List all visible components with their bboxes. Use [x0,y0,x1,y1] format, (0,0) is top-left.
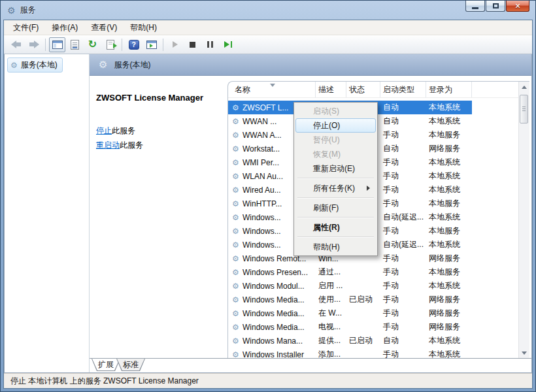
service-startup-type: 手动 [380,349,426,358]
pause-service-button[interactable] [202,37,218,52]
service-description: 提供... [316,335,346,346]
service-logon-as: 网络服务 [426,143,478,154]
forward-button[interactable] [25,37,42,52]
selected-service-title: ZWSOFT License Manager [96,93,224,103]
context-menu-separator [297,237,374,238]
maximize-button[interactable] [486,1,505,12]
vertical-scrollbar[interactable] [518,82,529,358]
service-row[interactable]: ⚙Windows Media...使用...已启动手动网络服务 [228,293,472,306]
export-list-button[interactable] [102,37,118,52]
close-button[interactable]: ✕ [506,1,529,12]
service-gear-icon: ⚙ [232,172,243,180]
stop-service-suffix: 此服务 [112,126,135,135]
service-startup-type: 手动 [380,280,426,291]
service-gear-icon: ⚙ [232,296,243,304]
start-service-button[interactable] [167,37,183,52]
service-logon-as: 本地系统 [426,212,478,223]
extended-info-pane: ZWSOFT License Manager 停止此服务 重启动此服务 [96,93,224,152]
context-menu-item[interactable]: 停止(O) [295,118,376,133]
service-logon-as: 本地系统 [426,171,478,182]
toolbar-separator [45,39,46,51]
context-menu-item[interactable]: 所有任务(K) [295,181,376,195]
service-logon-as: 本地服务 [426,225,478,237]
column-header-status[interactable]: 状态 [346,82,380,97]
context-menu-separator [297,217,374,218]
service-row[interactable]: ⚙Windows Presen...通过...手动本地服务 [228,265,472,279]
refresh-button[interactable]: ↻ [84,37,101,52]
context-menu-item[interactable]: 属性(R) [295,220,376,235]
services-window: ⚙ 服务 ✕ 文件(F)操作(A)查看(V)帮助(H) ↻? ⚙ 服务(本地) … [0,0,536,392]
menu-view[interactable]: 查看(V) [84,20,124,35]
service-gear-icon: ⚙ [232,214,243,221]
scroll-up-icon [522,86,527,89]
column-header-login[interactable]: 登录为 [426,82,472,97]
restart-service-button[interactable] [220,37,236,52]
tree-item-services-local[interactable]: ⚙ 服务(本地) [7,57,63,73]
sort-descending-icon [270,84,275,87]
service-description: 使用... [316,294,346,305]
restart-service-link[interactable]: 重启动 [96,140,120,150]
context-menu-item[interactable]: 帮助(H) [295,240,376,254]
properties-button[interactable] [67,37,83,52]
tab-extended[interactable]: 扩展 [92,359,120,371]
stop-service-icon [190,42,195,48]
service-row[interactable]: ⚙Windows Installer添加...手动本地系统 [228,348,472,358]
service-description: 添加... [316,349,346,358]
console-tree-panel: ⚙ 服务(本地) [5,54,90,372]
tab-standard[interactable]: 标准 [116,359,145,371]
service-startup-type: 手动 [380,253,426,264]
title-bar[interactable]: ⚙ 服务 ✕ [1,1,535,20]
service-status: 已启动 [346,294,380,305]
show-tree-button[interactable] [49,37,65,52]
scroll-down-button[interactable] [519,348,529,358]
toolbar-separator [163,39,163,51]
column-header-type[interactable]: 启动类型 [380,82,426,97]
service-startup-type: 手动 [380,321,426,333]
service-row[interactable]: ⚙Windows Media...电视...手动网络服务 [228,320,472,334]
column-header-label: 登录为 [429,84,452,95]
status-text: 停止 本地计算机 上的服务 ZWSOFT License Manager [10,376,199,387]
context-menu-item: 暂停(U) [295,133,376,147]
context-menu-item-label: 所有任务(K) [313,183,355,194]
service-row[interactable]: ⚙Windows Mana...提供...已启动自动本地系统 [228,334,472,348]
service-startup-type: 自动(延迟... [380,212,426,223]
standard-view-button[interactable] [143,37,159,52]
services-list-panel: 名称描述状态启动类型登录为 ⚙ZWSOFT L...已启动自动本地系统⚙WWAN… [227,81,529,358]
menu-file[interactable]: 文件(F) [7,20,45,35]
context-menu-item-label: 停止(O) [313,120,340,131]
minimize-icon [472,7,478,9]
context-menu-item[interactable]: 刷新(F) [295,201,376,215]
scrollbar-thumb[interactable] [520,95,528,123]
service-logon-as: 网络服务 [426,308,478,319]
back-button[interactable] [8,37,24,52]
service-logon-as: 本地服务 [426,198,478,209]
refresh-icon: ↻ [88,39,97,50]
service-row[interactable]: ⚙Windows Media...在 W...手动网络服务 [228,306,472,320]
close-icon: ✕ [514,3,520,10]
service-gear-icon: ⚙ [232,159,243,167]
service-status: 已启动 [346,335,380,346]
help-button[interactable]: ? [126,37,142,52]
stop-service-link[interactable]: 停止 [96,126,112,135]
column-header-name[interactable]: 名称 [232,82,316,97]
context-menu-item[interactable]: 重新启动(E) [295,161,376,176]
list-header: 名称描述状态启动类型登录为 [228,82,529,98]
service-startup-type: 手动 [380,225,426,237]
back-icon [11,41,22,48]
column-header-label: 状态 [349,84,365,95]
service-logon-as: 本地服务 [426,267,478,278]
minimize-button[interactable] [465,1,485,12]
service-description: 启用 ... [316,280,346,291]
menu-help[interactable]: 帮助(H) [124,20,163,35]
tab-label: 扩展 [92,359,120,370]
export-list-icon [107,40,114,50]
column-header-desc[interactable]: 描述 [316,82,346,97]
service-row[interactable]: ⚙Windows Modul...启用 ...手动本地系统 [228,279,472,293]
service-gear-icon: ⚙ [232,241,243,249]
menu-action[interactable]: 操作(A) [45,20,84,35]
service-name: Windows Mana... [243,336,316,346]
main-area: ⚙ 服务(本地) ⚙ 服务(本地) ZWSOFT License Manager… [4,54,532,373]
stop-service-button[interactable] [184,37,201,52]
scroll-up-button[interactable] [519,82,529,92]
context-menu-item-label: 属性(R) [313,222,340,233]
